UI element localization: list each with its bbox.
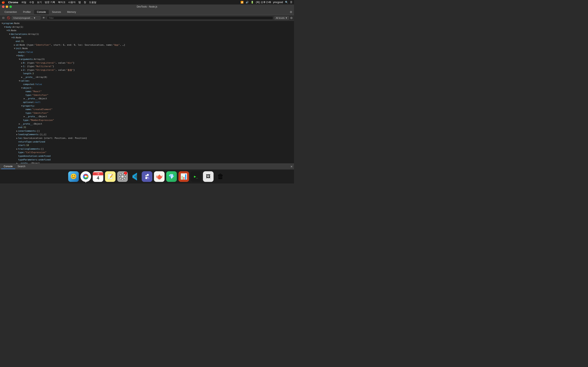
toggle-icon[interactable]: ▶	[14, 43, 15, 47]
tree-row[interactable]: computed: false	[0, 83, 294, 86]
tree-row[interactable]: ▼ arguments: Array(3)	[0, 58, 294, 61]
console-settings-icon[interactable]: ⚙	[290, 16, 293, 20]
dock-system-preferences[interactable]: 5	[117, 171, 128, 182]
dock-calendar[interactable]: 1월 4	[93, 171, 103, 182]
tree-row[interactable]: ▼ 0: Node	[0, 29, 294, 33]
tree-row[interactable]: ▶ 1: {type: "NullLiteral"}	[0, 65, 294, 68]
dock-terminal[interactable]: ▶_	[191, 171, 201, 182]
toggle-icon[interactable]: ▼	[21, 86, 23, 90]
bottom-tab-search[interactable]: Search	[15, 164, 28, 169]
levels-selector[interactable]: All levels ▼	[274, 16, 289, 20]
tree-row[interactable]: typeAnnotation: undefined	[0, 154, 294, 158]
toggle-icon[interactable]: ▼	[11, 36, 13, 40]
tree-row[interactable]: ▶ __proto__: Object	[0, 97, 294, 100]
toggle-icon[interactable]: ▼	[16, 54, 18, 58]
tab-sources[interactable]: Sources	[49, 10, 64, 14]
tree-row[interactable]: name: "React"	[0, 90, 294, 93]
dock-powerpoint[interactable]: 📊	[178, 171, 189, 182]
tree-row[interactable]: ▼ declarations: Array(1)	[0, 33, 294, 36]
tree-row[interactable]: type: "CallExpression"	[0, 151, 294, 154]
tree-row[interactable]: returnType: undefined	[0, 140, 294, 144]
settings-icon[interactable]: ⚙	[290, 10, 292, 14]
tree-row[interactable]: type: "MemberExpression"	[0, 118, 294, 122]
tree-row[interactable]: end: 31	[0, 125, 294, 129]
menu-edit[interactable]: 수정	[29, 1, 34, 4]
menu-file[interactable]: 파일	[21, 1, 26, 4]
close-button[interactable]	[2, 6, 4, 8]
toggle-icon[interactable]: ▼	[7, 29, 8, 33]
tree-row[interactable]: ▶ __proto__: Object	[0, 115, 294, 118]
menu-tab[interactable]: 탭	[78, 1, 81, 4]
control-center-icon[interactable]: ☰	[290, 1, 292, 4]
toggle-icon[interactable]: ▶	[16, 129, 18, 133]
tree-row[interactable]: ▶ 0: {type: "StringLiteral", value: "div…	[0, 61, 294, 65]
tree-row[interactable]: ▶ innerComments: []	[0, 129, 294, 133]
maximize-button[interactable]	[9, 6, 12, 8]
tree-row[interactable]: ▼ callee:	[0, 79, 294, 83]
toggle-icon[interactable]: ▶	[24, 115, 25, 118]
tree-row[interactable]: ▼ init: Node	[0, 47, 294, 50]
tree-row[interactable]: ▶ __proto__: Object	[0, 161, 294, 164]
tree-row[interactable]: length: 3	[0, 72, 294, 75]
close-panel-button[interactable]: ✕	[290, 165, 293, 168]
menu-help[interactable]: 도움말	[89, 1, 96, 4]
tree-row[interactable]: typeParameters: undefined	[0, 158, 294, 162]
tree-row[interactable]: ▼ body:	[0, 54, 294, 58]
tree-row[interactable]: async: false	[0, 50, 294, 54]
filter-input[interactable]	[47, 16, 273, 20]
sidebar-toggle-icon[interactable]: ⊟	[1, 16, 5, 19]
tree-row[interactable]: ▼ property:	[0, 104, 294, 108]
menu-window[interactable]: 창	[84, 1, 86, 4]
menu-view[interactable]: 보기	[37, 1, 42, 4]
toggle-icon[interactable]: ▶	[16, 147, 18, 151]
tree-row[interactable]: ▶ id: Node {type: "Identifier", start: 6…	[0, 43, 294, 47]
toggle-icon[interactable]: ▶	[16, 136, 18, 140]
toggle-icon[interactable]: ▼	[19, 58, 20, 61]
dock-finder[interactable]: 😊	[68, 171, 79, 182]
dock-vscode[interactable]	[130, 171, 140, 182]
toggle-icon[interactable]: ▼	[19, 79, 20, 83]
tree-row[interactable]: type: "Identifier"	[0, 93, 294, 97]
path-selector[interactable]: /Users/ymcgood/.... ▼	[12, 16, 40, 20]
toggle-icon[interactable]: ▼	[14, 47, 15, 50]
tree-row[interactable]: end: 31	[0, 40, 294, 43]
tree-row[interactable]: type: "Identifier"	[0, 111, 294, 115]
menu-users[interactable]: 사용자	[68, 1, 76, 4]
console-output[interactable]: ▼ program: Node ▼ body: Array(1) ▼ 0: No…	[0, 21, 294, 164]
toggle-icon[interactable]: ▶	[21, 68, 23, 72]
dock-keka[interactable]: 💎	[166, 171, 177, 182]
tree-row[interactable]: ▼ 0: Node	[0, 36, 294, 40]
tree-row[interactable]: optional: null	[0, 100, 294, 104]
toggle-icon[interactable]: ▼	[9, 33, 10, 36]
tab-console[interactable]: Console	[34, 10, 49, 14]
toggle-icon[interactable]: ▶	[16, 161, 18, 164]
tree-row[interactable]: name: "createElement"	[0, 108, 294, 111]
dock-teams[interactable]	[142, 171, 152, 182]
bottom-tab-console[interactable]: Console	[1, 164, 15, 169]
eye-icon[interactable]: 👁	[42, 16, 46, 19]
tree-row[interactable]: ▼ body: Array(1)	[0, 25, 294, 29]
dock-notes[interactable]: 📝	[105, 171, 116, 182]
apple-menu[interactable]: 🍎	[2, 1, 5, 4]
tree-row[interactable]: ▼ program: Node	[0, 22, 294, 25]
toggle-icon[interactable]: ▼	[4, 25, 6, 29]
menu-bookmarks[interactable]: 북마크	[58, 1, 65, 4]
dock-chrome[interactable]	[80, 171, 91, 182]
dock-wunderbucket[interactable]: 🫖	[154, 171, 164, 182]
dock-trash[interactable]: 🗑	[215, 171, 226, 182]
tree-row[interactable]: ▼ object:	[0, 86, 294, 90]
toggle-icon[interactable]: ▶	[19, 122, 20, 126]
toggle-icon[interactable]: ▶	[21, 65, 23, 68]
tree-row[interactable]: ▶ __proto__: Object	[0, 122, 294, 126]
dock-preview[interactable]: 🖼	[203, 171, 214, 182]
clear-icon[interactable]: 🚫	[7, 16, 11, 19]
toggle-icon[interactable]: ▶	[21, 75, 23, 79]
minimize-button[interactable]	[6, 6, 8, 8]
tree-row[interactable]: ▶ leadingComments: [{…}]	[0, 133, 294, 136]
menu-history[interactable]: 방문 기록	[45, 1, 55, 4]
toggle-icon[interactable]: ▼	[2, 22, 3, 25]
toggle-icon[interactable]: ▼	[21, 104, 23, 108]
toggle-icon[interactable]: ▶	[16, 133, 18, 136]
tree-row[interactable]: ▶ trailingComments: []	[0, 147, 294, 151]
search-icon[interactable]: 🔍	[285, 1, 288, 4]
